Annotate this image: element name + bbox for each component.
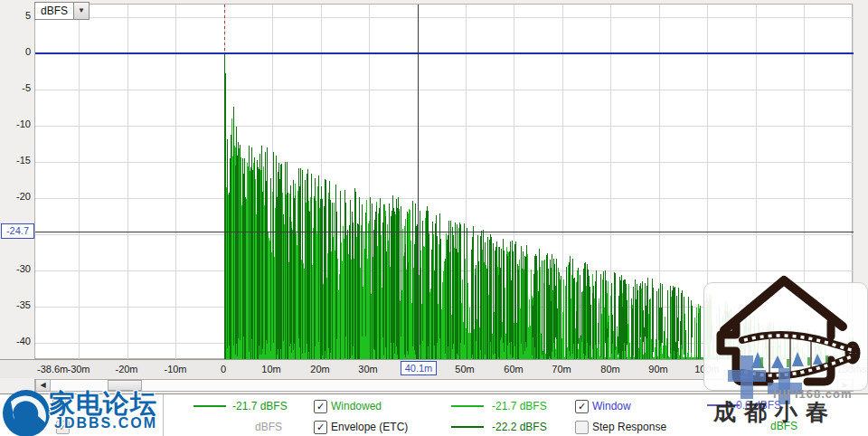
- x-tick-label: 110m: [743, 364, 768, 374]
- x-tick-label: 80m: [600, 364, 619, 374]
- windowed-cursor-value: -21.7 dBFS: [492, 400, 547, 412]
- window-cursor-value: 0.0 dBFS: [736, 399, 781, 412]
- window-label[interactable]: Window: [592, 400, 631, 412]
- impulse-response-window: 50-5-10-15-20-30-35-40 -24.7 dBFS ▼ -38.…: [0, 0, 868, 436]
- windowed-label[interactable]: Windowed: [331, 400, 382, 412]
- x-tick-label: 10m: [261, 364, 280, 374]
- legend-divider: [163, 394, 164, 436]
- impulse-cursor-value: -21.7 dBFS: [232, 400, 288, 412]
- unit-label-gray: dBFS: [255, 421, 282, 433]
- x-tick-label: 60m: [504, 364, 523, 374]
- y-tick-label: -10: [0, 118, 31, 129]
- etc-chart-svg: [35, 5, 854, 360]
- x-tick-label: 0: [221, 364, 226, 374]
- x-tick-label: 20m: [310, 364, 329, 374]
- y-cursor-value: -24.7: [1, 223, 34, 239]
- x-tick-label: -30m: [67, 364, 90, 374]
- y-tick-label: -20: [0, 191, 31, 202]
- x-tick-label: 50m: [455, 364, 474, 374]
- x-tick-label: -10m: [164, 364, 186, 374]
- step-response-label[interactable]: Step Response: [592, 421, 666, 433]
- unit-label-green: dBFS: [770, 420, 797, 432]
- y-tick-label: -5: [0, 82, 31, 93]
- x-tick-label: -38.6m: [37, 364, 68, 374]
- step-response-checkbox[interactable]: ✓: [575, 421, 589, 434]
- windowed-swatch: [451, 405, 484, 407]
- y-tick-label: 5: [0, 10, 31, 21]
- x-tick-label: 100m: [694, 364, 720, 374]
- time-scrollbar[interactable]: ◀ ▶: [34, 379, 854, 392]
- scroll-left-icon[interactable]: ◀: [35, 380, 51, 391]
- y-tick-label: -15: [0, 155, 31, 166]
- envelope-label[interactable]: Envelope (ETC): [331, 421, 408, 433]
- envelope-swatch: [451, 426, 484, 428]
- y-tick-label: -30: [0, 263, 31, 274]
- scroll-right-icon[interactable]: ▶: [837, 380, 853, 391]
- x-tick-label: 130ms: [836, 364, 866, 374]
- window-swatch: [707, 404, 740, 406]
- trace2-checkbox[interactable]: ✓: [56, 421, 70, 434]
- envelope-checkbox[interactable]: ✓: [314, 421, 327, 434]
- x-tick-label: 120m: [791, 364, 816, 374]
- impulse-swatch: [193, 405, 226, 407]
- legend-panel: ✓ ✓ -21.7 dBFS ✓ Windowed -21.7 dBFS ✓ W…: [0, 393, 868, 436]
- y-tick-label: -35: [0, 299, 31, 310]
- scrollbar-thumb[interactable]: [108, 380, 142, 391]
- window-checkbox[interactable]: ✓: [575, 400, 589, 413]
- x-tick-label: 90m: [648, 364, 667, 374]
- y-tick-label: 0: [0, 46, 31, 57]
- chevron-down-icon[interactable]: ▼: [73, 2, 90, 20]
- trace1-checkbox[interactable]: ✓: [52, 399, 66, 412]
- x-tick-label: -20m: [115, 364, 137, 374]
- etc-plot-area[interactable]: [34, 4, 853, 359]
- x-cursor-value: 40.1m: [401, 361, 437, 375]
- windowed-checkbox[interactable]: ✓: [314, 400, 327, 413]
- y-tick-label: -40: [0, 336, 31, 346]
- envelope-cursor-value: -22.2 dBFS: [492, 421, 547, 433]
- x-tick-label: 30m: [358, 364, 377, 374]
- x-tick-label: 70m: [552, 364, 571, 374]
